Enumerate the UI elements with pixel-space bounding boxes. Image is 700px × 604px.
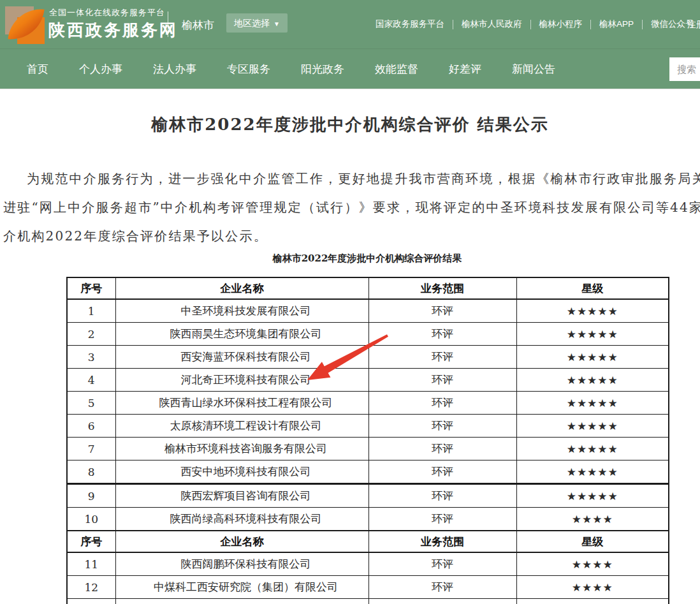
- announcement-paragraph: 为规范中介服务行为，进一步强化中介监管工作，更好地提升我市营商环境，根据《榆林市…: [0, 165, 700, 251]
- cell-scope: 环评: [368, 438, 516, 460]
- table-caption: 榆林市2022年度涉批中介机构综合评价结果: [66, 252, 668, 265]
- cell-scope: 环评: [368, 299, 516, 323]
- cell-name: 陕西雨昊生态环境集团有限公司: [115, 323, 368, 346]
- region-select-button[interactable]: 地区选择▼: [226, 13, 288, 33]
- table-row: 9陕西宏辉项目咨询有限公司环评★★★★★: [67, 484, 669, 508]
- table-row: 2陕西雨昊生态环境集团有限公司环评★★★★★: [67, 323, 669, 346]
- table-row: 13渭南华山环保科技发展有限责任公司环评★★★★: [67, 599, 669, 604]
- cell-no: 12: [67, 576, 115, 599]
- cell-no: 13: [67, 599, 115, 604]
- nav-item-news[interactable]: 新闻公告: [512, 62, 555, 77]
- cell-no: 9: [67, 484, 115, 508]
- column-header: 业务范围: [368, 277, 516, 299]
- cell-name: 陕西阔鹏环保科技有限公司: [115, 552, 368, 576]
- column-header: 星级: [516, 277, 669, 299]
- cell-stars: ★★★★: [516, 599, 669, 604]
- table-row: 4河北奇正环境科技有限公司环评★★★★★: [67, 369, 669, 392]
- cell-scope: 环评: [368, 552, 516, 576]
- link-app[interactable]: 榆林APP: [591, 18, 642, 30]
- nav-item-legal-entity[interactable]: 法人办事: [153, 62, 196, 77]
- cell-stars: ★★★★★: [516, 438, 669, 460]
- top-utility-links: 国家政务服务平台 榆林市人民政府 榆林小程序 榆林APP 微信公众号: [367, 0, 700, 48]
- cell-scope: 环评: [368, 508, 516, 531]
- main-nav-bar: 首页 个人办事 法人办事 专区服务 阳光政务 效能监督 好差评 新闻公告: [0, 48, 700, 89]
- column-header: 序号: [67, 531, 115, 552]
- register-link[interactable]: 注册: [687, 19, 700, 31]
- cell-scope: 环评: [368, 415, 516, 438]
- search-input[interactable]: [669, 57, 700, 81]
- table-row: 10陕西尚绿高科环境科技有限公司环评★★★★: [67, 508, 669, 531]
- search-box: [669, 57, 700, 81]
- paragraph-line: 为规范中介服务行为，进一步强化中介监管工作，更好地提升我市营商环境，根据《榆林市…: [3, 165, 700, 193]
- nav-item-zone-services[interactable]: 专区服务: [227, 62, 270, 77]
- nav-item-home[interactable]: 首页: [27, 62, 48, 77]
- cell-name: 中圣环境科技发展有限公司: [115, 299, 368, 323]
- table-row: 11陕西阔鹏环保科技有限公司环评★★★★: [67, 552, 669, 576]
- paragraph-line: 介机构2022年度综合评价结果予以公示。: [3, 222, 700, 251]
- announcement-article: 榆林市2022年度涉批中介机构综合评价 结果公示 为规范中介服务行为，进一步强化…: [0, 114, 700, 604]
- region-select-label: 地区选择: [234, 18, 270, 28]
- column-header: 企业名称: [115, 531, 368, 552]
- cell-no: 3: [67, 346, 115, 369]
- cell-name: 渭南华山环保科技发展有限责任公司: [115, 599, 368, 604]
- nav-item-personal[interactable]: 个人办事: [79, 62, 122, 77]
- cell-name: 西安海蓝环保科技有限公司: [115, 346, 368, 369]
- cell-no: 5: [67, 392, 115, 415]
- cell-name: 陕西尚绿高科环境科技有限公司: [115, 508, 368, 531]
- cell-scope: 环评: [368, 323, 516, 346]
- cell-no: 11: [67, 552, 115, 576]
- cell-scope: 环评: [368, 599, 516, 604]
- chevron-down-icon: ▼: [273, 20, 280, 27]
- brand-divider: [168, 11, 168, 37]
- cell-no: 8: [67, 460, 115, 484]
- cell-no: 7: [67, 438, 115, 460]
- cell-stars: ★★★★★: [516, 415, 669, 438]
- table-row: 5陕西青山绿水环保科技工程有限公司环评★★★★★: [67, 392, 669, 415]
- cell-stars: ★★★★★: [516, 299, 669, 323]
- cell-name: 中煤科工西安研究院（集团）有限公司: [115, 576, 368, 599]
- table-row: 7榆林市环境科技咨询服务有限公司环评★★★★★: [67, 438, 669, 460]
- paragraph-line: 进驻“网上中介服务超市”中介机构考评管理规定（试行）》要求，现将评定的中圣环境科…: [3, 193, 700, 222]
- table-row: 6太原核清环境工程设计有限公司环评★★★★★: [67, 415, 669, 438]
- cell-stars: ★★★★★: [516, 484, 669, 508]
- column-header: 序号: [67, 277, 115, 299]
- cell-scope: 环评: [368, 576, 516, 599]
- link-national-platform[interactable]: 国家政务服务平台: [367, 18, 453, 30]
- cell-stars: ★★★★★: [516, 323, 669, 346]
- table-row: 3西安海蓝环保科技有限公司环评★★★★★: [67, 346, 669, 369]
- evaluation-results-table: 序号企业名称业务范围星级1中圣环境科技发展有限公司环评★★★★★2陕西雨昊生态环…: [66, 277, 669, 604]
- site-logo-icon: [5, 4, 46, 44]
- cell-scope: 环评: [368, 392, 516, 415]
- cell-name: 太原核清环境工程设计有限公司: [115, 415, 368, 438]
- nav-item-efficiency[interactable]: 效能监督: [375, 62, 418, 77]
- cell-name: 陕西青山绿水环保科技工程有限公司: [115, 392, 368, 415]
- column-header: 星级: [516, 531, 669, 552]
- table-header-row: 序号企业名称业务范围星级: [67, 277, 669, 299]
- link-mini-program[interactable]: 榆林小程序: [531, 18, 591, 30]
- table-row: 12中煤科工西安研究院（集团）有限公司环评★★★★: [67, 576, 669, 599]
- table-row: 8西安中地环境科技有限公司环评★★★★★: [67, 460, 669, 484]
- nav-item-rating[interactable]: 好差评: [449, 62, 481, 77]
- table-header-row: 序号企业名称业务范围星级: [67, 531, 669, 552]
- nav-item-sunshine-gov[interactable]: 阳光政务: [301, 62, 344, 77]
- cell-stars: ★★★★: [516, 552, 669, 576]
- cell-scope: 环评: [368, 484, 516, 508]
- cell-name: 河北奇正环境科技有限公司: [115, 369, 368, 392]
- cell-stars: ★★★★★: [516, 460, 669, 484]
- site-title: 陕西政务服务网: [48, 19, 178, 41]
- cell-scope: 环评: [368, 369, 516, 392]
- cell-stars: ★★★★★: [516, 346, 669, 369]
- page-title: 榆林市2022年度涉批中介机构综合评价 结果公示: [0, 114, 700, 135]
- link-city-government[interactable]: 榆林市人民政府: [453, 18, 530, 30]
- eval-table-body: 序号企业名称业务范围星级1中圣环境科技发展有限公司环评★★★★★2陕西雨昊生态环…: [67, 277, 669, 604]
- table-row: 1中圣环境科技发展有限公司环评★★★★★: [67, 299, 669, 323]
- cell-stars: ★★★★★: [516, 392, 669, 415]
- cell-stars: ★★★★: [516, 576, 669, 599]
- top-header-bar: 全国一体化在线政务服务平台 陕西政务服务网 榆林市 地区选择▼ 国家政务服务平台…: [0, 0, 700, 48]
- current-city-label: 榆林市: [182, 18, 214, 33]
- platform-subtitle: 全国一体化在线政务服务平台: [49, 7, 165, 18]
- cell-stars: ★★★★: [516, 508, 669, 531]
- cell-scope: 环评: [368, 460, 516, 484]
- column-header: 企业名称: [115, 277, 368, 299]
- cell-scope: 环评: [368, 346, 516, 369]
